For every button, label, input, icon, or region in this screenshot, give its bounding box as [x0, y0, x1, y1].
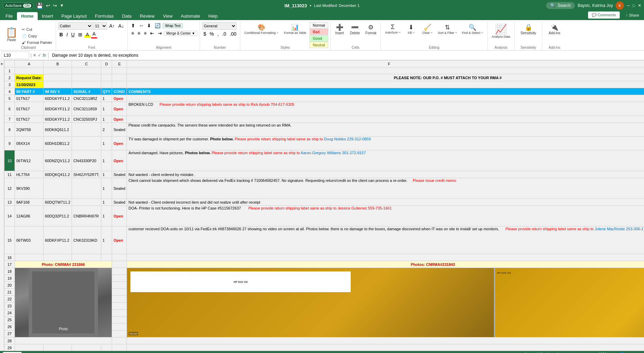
sort-filter-button[interactable]: ⇅ Sort & Filter ~: [436, 22, 459, 36]
cell-e3[interactable]: [112, 81, 127, 88]
tab-automate[interactable]: Automate: [177, 12, 204, 20]
row-num-25[interactable]: 25: [4, 316, 15, 323]
cell-b1[interactable]: [43, 67, 72, 74]
font-name-select[interactable]: Calibri: [58, 22, 93, 30]
decrease-indent-button[interactable]: ⇤: [149, 30, 156, 37]
cell-d1[interactable]: [101, 67, 112, 74]
cell-e14[interactable]: Open: [112, 206, 127, 226]
cell-c4[interactable]: SERIAL #: [72, 88, 101, 95]
cell-d16[interactable]: [101, 254, 112, 261]
row-num-2[interactable]: 2: [4, 74, 15, 81]
cell-e18[interactable]: [112, 268, 127, 275]
cell-b2[interactable]: [43, 74, 72, 81]
cell-c14[interactable]: CNBRR4N97R: [72, 206, 101, 226]
cell-a14[interactable]: 12AG86: [15, 206, 44, 226]
style-good[interactable]: Good: [310, 35, 328, 41]
autosum-button[interactable]: Σ AutoSum ~: [383, 22, 403, 36]
row-num-29[interactable]: 29: [4, 344, 15, 351]
tab-view[interactable]: View: [159, 12, 177, 20]
cell-d4[interactable]: QTY: [101, 88, 112, 95]
merge-center-button[interactable]: Merge & Center ▼: [164, 31, 197, 36]
cell-e16[interactable]: [112, 254, 127, 261]
col-header-d[interactable]: D: [101, 61, 112, 67]
tab-file[interactable]: File: [1, 12, 17, 20]
cell-a2[interactable]: Request Date:: [15, 74, 44, 81]
window-maximize[interactable]: □: [633, 3, 635, 8]
delete-button[interactable]: ➖ Delete: [348, 22, 362, 36]
cell-b10[interactable]: 60DNZQV11.2: [43, 150, 72, 171]
cell-e15[interactable]: Open: [112, 226, 127, 254]
row-num-1[interactable]: 1: [4, 67, 15, 74]
cell-b14[interactable]: 60DQ32P11.2: [43, 206, 72, 226]
cell-d11[interactable]: 1: [101, 171, 112, 178]
cell-a7[interactable]: 01TN17: [15, 116, 44, 123]
cell-e6[interactable]: Open: [112, 102, 127, 116]
align-middle-button[interactable]: ↔: [137, 22, 145, 29]
tab-data[interactable]: Data: [118, 12, 136, 20]
insert-button[interactable]: ➕ Insert: [333, 22, 347, 36]
row-num-12[interactable]: 12: [4, 178, 15, 199]
row-num-17[interactable]: 17: [4, 261, 15, 268]
cell-e13[interactable]: Sealed: [112, 199, 127, 206]
cell-a10[interactable]: 06TW12: [15, 150, 44, 171]
cut-button[interactable]: ✂ Cut: [20, 27, 54, 32]
cell-a4[interactable]: IM PART #: [15, 88, 44, 95]
share-button[interactable]: ↑ Share: [623, 12, 643, 18]
format-as-table-button[interactable]: 📊 Format as Table: [282, 22, 308, 36]
cell-b12[interactable]: [43, 178, 72, 199]
cell-d6[interactable]: 1: [101, 102, 112, 116]
cell-c5[interactable]: CNC32118RZ: [72, 95, 101, 102]
align-center-button[interactable]: ≡: [136, 30, 142, 37]
cell-e2[interactable]: [112, 74, 127, 81]
col-header-a[interactable]: A: [15, 61, 44, 67]
cell-d8[interactable]: 2: [101, 123, 112, 137]
cell-e12[interactable]: Sealed: [112, 178, 127, 199]
row-num-6[interactable]: 6: [4, 102, 15, 116]
font-color-button[interactable]: A: [91, 30, 97, 38]
cell-b8[interactable]: 60DK6Q611.2: [43, 123, 72, 137]
italic-button[interactable]: I: [65, 31, 69, 38]
currency-button[interactable]: $: [202, 30, 208, 37]
increase-decimal-button[interactable]: .00: [228, 30, 238, 37]
cell-c9[interactable]: [72, 137, 101, 150]
number-format-select[interactable]: General Number Currency: [202, 22, 237, 30]
cell-c12[interactable]: [72, 178, 101, 199]
wrap-text-button[interactable]: Wrap Text: [163, 23, 183, 28]
cell-a6[interactable]: 01TN17: [15, 102, 44, 116]
col-header-f[interactable]: F: [127, 61, 644, 67]
cell-e4[interactable]: COND: [112, 88, 127, 95]
cell-a17[interactable]: Photo: CNRMA# 231866: [15, 261, 112, 268]
row-num-16[interactable]: 16: [4, 254, 15, 261]
cell-a8[interactable]: 2QM758: [15, 123, 44, 137]
cell-a15[interactable]: 06TW03: [15, 226, 44, 254]
tab-home[interactable]: Home: [17, 12, 38, 20]
cell-e7[interactable]: Open: [112, 116, 127, 123]
cell-b6[interactable]: 60DGKYF11.2: [43, 102, 72, 116]
cell-b9[interactable]: 60DH1DB11.2: [43, 137, 72, 150]
decrease-decimal-button[interactable]: .0: [221, 30, 228, 37]
copy-button[interactable]: 📄 Copy: [20, 33, 54, 39]
cell-a1[interactable]: [15, 67, 44, 74]
fill-button[interactable]: ⬇ Fill ~: [403, 22, 419, 36]
cell-f14[interactable]: DOA- Printer is not functioning. Here is…: [127, 206, 644, 226]
format-button[interactable]: ⚙ Format: [364, 22, 379, 36]
cell-b3[interactable]: [43, 81, 72, 88]
tab-help[interactable]: Help: [204, 12, 222, 20]
cell-f5[interactable]: [127, 95, 644, 102]
cell-c1[interactable]: [72, 67, 101, 74]
cell-a11[interactable]: HL7764: [15, 171, 44, 178]
row-num-5[interactable]: 5: [4, 95, 15, 102]
align-right-button[interactable]: ≡: [142, 30, 148, 37]
row-num-10[interactable]: 10: [4, 150, 15, 171]
row-num-9[interactable]: 9: [4, 137, 15, 150]
bold-button[interactable]: B: [58, 31, 64, 38]
decrease-font-size[interactable]: A↓: [117, 22, 125, 29]
comma-button[interactable]: ,: [216, 30, 220, 37]
increase-indent-button[interactable]: ⇥: [156, 30, 163, 37]
orientation-button[interactable]: 🔄: [153, 22, 162, 29]
cell-a16[interactable]: [15, 254, 44, 261]
row-num-11[interactable]: 11: [4, 171, 15, 178]
align-top-button[interactable]: ⬆: [130, 22, 137, 29]
row-num-14[interactable]: 14: [4, 206, 15, 226]
cell-d3[interactable]: [101, 81, 112, 88]
